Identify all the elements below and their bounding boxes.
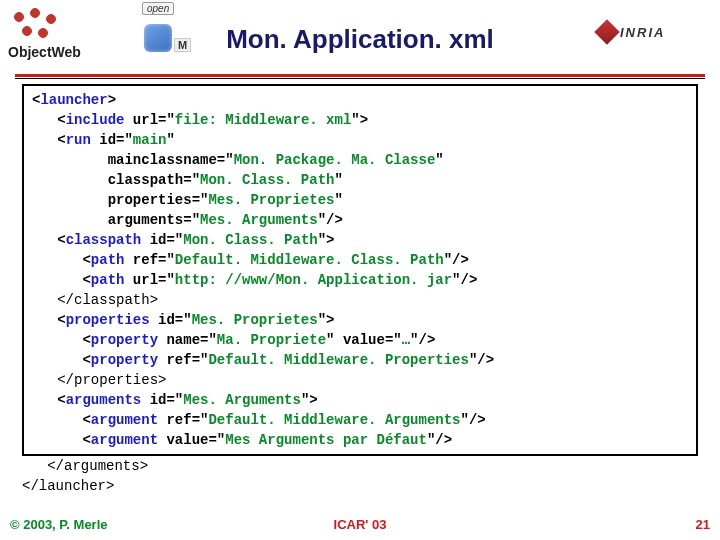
- code-box: <launcher> <include url="file: Middlewar…: [22, 84, 698, 456]
- code-line: arguments="Mes. Arguments"/>: [32, 210, 688, 230]
- code-line: </classpath>: [32, 290, 688, 310]
- inria-logo: INRIA: [598, 16, 708, 48]
- code-line: mainclassname="Mon. Package. Ma. Classe": [32, 150, 688, 170]
- blob-icon: [144, 24, 172, 52]
- code-line: <argument ref="Default. Middleware. Argu…: [32, 410, 688, 430]
- code-line: <launcher>: [32, 90, 688, 110]
- inria-text: INRIA: [620, 25, 665, 40]
- code-line: <arguments id="Mes. Arguments">: [32, 390, 688, 410]
- code-line: </arguments>: [22, 456, 698, 476]
- code-line: <properties id="Mes. Proprietes">: [32, 310, 688, 330]
- title-rule: [15, 74, 705, 79]
- slide-footer: © 2003, P. Merle ICAR' 03 21: [10, 517, 710, 532]
- open-badge: open: [142, 2, 174, 15]
- code-line: <include url="file: Middleware. xml">: [32, 110, 688, 130]
- footer-page-number: 21: [696, 517, 710, 532]
- code-line: <property name="Ma. Propriete" value="…"…: [32, 330, 688, 350]
- code-line: <classpath id="Mon. Class. Path">: [32, 230, 688, 250]
- code-line: <property ref="Default. Middleware. Prop…: [32, 350, 688, 370]
- code-line: </launcher>: [22, 476, 698, 496]
- mini-logo-block: M: [144, 24, 191, 52]
- code-line: <argument value="Mes Arguments par Défau…: [32, 430, 688, 450]
- code-container: <launcher> <include url="file: Middlewar…: [22, 84, 698, 500]
- slide-header: ObjectWeb open M Mon. Application. xml I…: [0, 0, 720, 68]
- objectweb-logo: [8, 8, 72, 48]
- slide-title: Mon. Application. xml: [226, 24, 494, 55]
- code-after-box: </arguments></launcher>: [22, 456, 698, 496]
- mini-label: M: [174, 38, 191, 52]
- objectweb-text: ObjectWeb: [8, 44, 81, 60]
- footer-conference: ICAR' 03: [334, 517, 387, 532]
- code-line: properties="Mes. Proprietes": [32, 190, 688, 210]
- code-line: classpath="Mon. Class. Path": [32, 170, 688, 190]
- footer-copyright: © 2003, P. Merle: [10, 517, 108, 532]
- inria-diamond-icon: [594, 19, 619, 44]
- code-line: </properties>: [32, 370, 688, 390]
- code-line: <path url="http: //www/Mon. Application.…: [32, 270, 688, 290]
- code-line: <path ref="Default. Middleware. Class. P…: [32, 250, 688, 270]
- code-line: <run id="main": [32, 130, 688, 150]
